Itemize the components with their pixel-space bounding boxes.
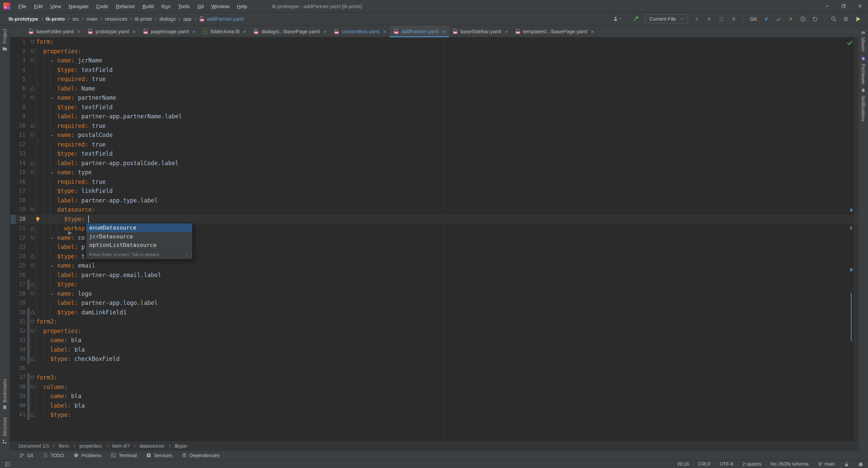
- code-text[interactable]: label: Name: [36, 84, 95, 94]
- fold-open-icon[interactable]: [30, 375, 35, 380]
- code-line[interactable]: 9 label: partner-app.partnerName.label: [10, 112, 858, 121]
- status-2-spaces[interactable]: 2 spaces: [743, 461, 762, 467]
- editor-breadcrumb-datasource[interactable]: datasource:: [137, 443, 167, 449]
- code-line[interactable]: 15 - name: type: [10, 168, 858, 177]
- tab-contentbox-yaml[interactable]: contentBox.yaml: [330, 25, 390, 37]
- code-text[interactable]: label: partner-app.email.label: [36, 271, 161, 280]
- fold-close-icon[interactable]: [30, 357, 35, 361]
- tab-close-icon[interactable]: [591, 28, 594, 34]
- toolwindow-git[interactable]: Git: [15, 451, 38, 460]
- code-text[interactable]: $type: linkField: [36, 187, 113, 196]
- stripe-button-notifications[interactable]: Notifications: [859, 88, 868, 121]
- fold-close-icon[interactable]: [30, 226, 35, 231]
- tab-addpartner-yaml[interactable]: addPartner.yaml: [390, 25, 449, 37]
- fold-close-icon[interactable]: [30, 310, 35, 315]
- close-button[interactable]: [852, 0, 868, 12]
- fold-open-icon[interactable]: [30, 96, 35, 100]
- code-text[interactable]: - name: logo: [36, 289, 92, 299]
- tab-pageimage-yaml[interactable]: pageImage.yaml: [139, 25, 199, 37]
- tab-close-icon[interactable]: [323, 28, 327, 34]
- fold-close-icon[interactable]: [30, 86, 35, 91]
- notifications-indicator[interactable]: [858, 461, 863, 467]
- profile-button[interactable]: [716, 14, 727, 24]
- code-line[interactable]: 1form:: [10, 37, 858, 47]
- fold-open-icon[interactable]: [30, 236, 35, 240]
- code-text[interactable]: $type:: [36, 410, 71, 420]
- stripe-button-project[interactable]: Project: [0, 29, 9, 52]
- breadcrumb-item-dialogs[interactable]: dialogs: [157, 16, 178, 22]
- code-line[interactable]: 38 column:: [10, 383, 858, 392]
- fold-open-icon[interactable]: [30, 49, 35, 54]
- code-text[interactable]: $type: damLinkField1: [36, 308, 126, 317]
- breadcrumb-item-app[interactable]: app: [181, 16, 194, 22]
- rollback-button[interactable]: [810, 14, 820, 24]
- stripe-button-bookmarks[interactable]: Bookmarks: [0, 379, 9, 410]
- history-button[interactable]: [798, 14, 808, 24]
- fold-open-icon[interactable]: [30, 292, 35, 296]
- menu-git[interactable]: Git: [194, 3, 208, 9]
- fold-open-icon[interactable]: [30, 58, 35, 63]
- menu-file[interactable]: File: [15, 3, 30, 9]
- tab-close-icon[interactable]: [132, 28, 136, 34]
- error-stripe-change-bar[interactable]: [851, 293, 852, 341]
- menu-help[interactable]: Help: [233, 3, 251, 9]
- code-line[interactable]: 16 required: true: [10, 177, 858, 187]
- stripe-button-maven[interactable]: Maven: [859, 30, 868, 52]
- code-line[interactable]: 8 $type: textField: [10, 103, 858, 112]
- menu-navigate[interactable]: Navigate: [65, 3, 92, 9]
- tab-basesidebar-yaml[interactable]: baseSidebar.yaml: [449, 25, 511, 37]
- stripe-button-psiviewer[interactable]: PsiViewer: [859, 56, 868, 85]
- breadcrumb-item-resources[interactable]: resources: [103, 16, 130, 22]
- code-text[interactable]: name: bla: [36, 336, 81, 345]
- debug-button[interactable]: [704, 14, 714, 24]
- restore-button[interactable]: [835, 0, 852, 12]
- toolwindow-problems[interactable]: Problems: [69, 451, 106, 460]
- tab-close-icon[interactable]: [442, 28, 446, 34]
- tab-close-icon[interactable]: [243, 28, 246, 34]
- code-text[interactable]: $type: textField: [36, 149, 113, 159]
- fold-open-icon[interactable]: [30, 40, 35, 44]
- code-text[interactable]: required: true: [36, 121, 106, 131]
- code-text[interactable]: label: partner-app.type.label: [36, 196, 158, 206]
- menu-view[interactable]: View: [46, 3, 65, 9]
- code-text[interactable]: - name: partnerName: [36, 93, 116, 103]
- code-text[interactable]: required: true: [36, 140, 106, 150]
- menu-window[interactable]: Window: [208, 3, 233, 9]
- fold-close-icon[interactable]: [30, 282, 35, 287]
- code-text[interactable]: required: true: [36, 177, 106, 187]
- code-line[interactable]: 25 - name: email: [10, 261, 858, 271]
- status-no-json-schema[interactable]: No JSON schema: [771, 461, 809, 467]
- error-stripe-mark[interactable]: [850, 268, 852, 271]
- code-line[interactable]: 20 $type:: [10, 215, 858, 224]
- tab-prototype-yaml[interactable]: prototype.yaml: [84, 25, 139, 37]
- minimize-button[interactable]: [819, 0, 835, 12]
- code-line[interactable]: 34 label: bla: [10, 345, 858, 355]
- code-text[interactable]: datasource:: [36, 205, 95, 215]
- fold-close-icon[interactable]: [30, 161, 35, 165]
- completion-item-optionlistdatasource[interactable]: optionListDatasource: [86, 241, 192, 250]
- code-line[interactable]: 11 - name: postalCode: [10, 131, 858, 140]
- error-stripe-mark[interactable]: [850, 227, 852, 230]
- code-line[interactable]: 40 label: bla: [10, 401, 858, 411]
- breadcrumb-item-tk-proto[interactable]: tk-proto: [43, 16, 67, 22]
- code-text[interactable]: $type:: [36, 280, 78, 289]
- tool-window-switcher-button[interactable]: [5, 461, 10, 467]
- tab-folderarea-ftl[interactable]: folderArea.ftl: [199, 25, 250, 37]
- fold-open-icon[interactable]: [30, 208, 35, 212]
- tab-close-icon[interactable]: [192, 28, 196, 34]
- git-branch-widget[interactable]: main: [818, 461, 835, 467]
- code-text[interactable]: label: partner-app.postalCode.label: [36, 159, 179, 168]
- code-text[interactable]: $type: t: [36, 252, 85, 261]
- code-line[interactable]: 5 required: true: [10, 75, 858, 84]
- code-line[interactable]: 2 properties:: [10, 47, 858, 56]
- code-line[interactable]: 13 $type: textField: [10, 149, 858, 159]
- code-line[interactable]: 18 label: partner-app.type.label: [10, 196, 858, 206]
- code-line[interactable]: 36: [10, 364, 858, 373]
- tab-basefolder-yaml[interactable]: baseFolder.yaml: [25, 25, 84, 37]
- code-text[interactable]: label: bla: [36, 345, 85, 355]
- tab-close-icon[interactable]: [383, 28, 387, 34]
- code-line[interactable]: 30 $type: damLinkField1: [10, 308, 858, 317]
- code-text[interactable]: $type: checkBoxField: [36, 354, 120, 364]
- build-button[interactable]: [631, 14, 641, 24]
- code-line[interactable]: 26 label: partner-app.email.label: [10, 271, 858, 280]
